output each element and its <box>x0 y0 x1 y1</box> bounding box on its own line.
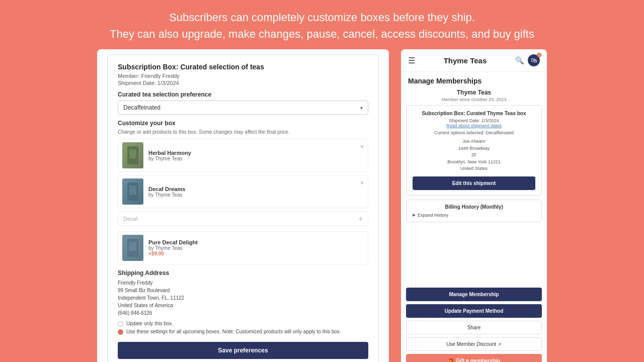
product-name: Pure Decaf Delight <box>148 239 364 245</box>
mobile-header: ☰ Thyme Teas 🔍 🛍 0 <box>401 49 547 72</box>
save-preferences-button[interactable]: Save preferences <box>118 342 368 359</box>
hamburger-icon[interactable]: ☰ <box>408 56 415 65</box>
external-link-icon: ↗ <box>498 342 502 347</box>
add-row-label: Decaf <box>123 216 138 222</box>
expand-history-row[interactable]: ▶ Expand History <box>413 213 535 218</box>
expand-label: Expand History <box>418 213 448 218</box>
remove-product-button[interactable]: × <box>360 143 364 150</box>
product-item: Decaf Dreams by Thyme Teas × <box>118 175 368 208</box>
remove-product-button[interactable]: × <box>360 179 364 187</box>
shipment-box: Subscription Box: Curated Thyme Teas box… <box>406 105 542 196</box>
shipping-section: Shipping Address Friendly Freddy 99 Smal… <box>118 269 368 317</box>
read-dates-link[interactable]: Read about shipment dates <box>413 123 535 128</box>
shipment-box-title: Subscription Box: Curated Thyme Teas box <box>413 111 535 116</box>
radio-label-2: Use these settings for all upcoming boxe… <box>126 329 341 334</box>
header-line1: Subscribers can completely customize box… <box>110 9 534 26</box>
svg-rect-3 <box>129 186 136 195</box>
radio-label-1: Update only this box. <box>126 321 173 326</box>
chevron-right-icon: ▶ <box>413 213 416 217</box>
left-card: Subscription Box: Curated selection of t… <box>97 49 389 362</box>
search-icon[interactable]: 🔍 <box>515 56 524 64</box>
product-price: +$9.00 <box>148 251 364 256</box>
gift-label: Gift a membership <box>456 358 500 362</box>
add-product-row[interactable]: Decaf + <box>118 211 368 226</box>
shipping-label: Shipping Address <box>118 269 368 277</box>
member-since: Member since October 25, 2023 <box>406 97 542 102</box>
shipping-address: Friendly Freddy 99 Small Biz Boulevard I… <box>118 279 368 317</box>
manage-membership-button[interactable]: Manage Membership <box>406 288 542 301</box>
product-item: Herbal Harmony by Thyme Teas × <box>118 139 368 172</box>
address-line2: 2F <box>471 152 477 157</box>
product-brand: by Thyme Teas <box>148 156 364 161</box>
plus-icon: + <box>359 215 363 223</box>
discount-label: Use Member Discount <box>446 341 496 347</box>
gift-membership-button[interactable]: 🎁 Gift a membership <box>406 354 542 362</box>
address-block: Joe Ahearn 1449 Broadway 2F Brooklyn, Ne… <box>413 138 535 172</box>
product-name: Herbal Harmony <box>148 150 364 156</box>
member-label: Member: Friendly Freddy <box>118 73 368 79</box>
product-item: Pure Decaf Delight by Thyme Teas +$9.00 <box>118 231 368 264</box>
svg-rect-1 <box>129 149 136 158</box>
dropdown-value: Decaffeinated <box>123 104 160 111</box>
product-info: Pure Decaf Delight by Thyme Teas +$9.00 <box>148 239 364 256</box>
update-payment-button[interactable]: Update Payment Method <box>406 304 542 318</box>
product-thumbnail <box>122 142 143 168</box>
box-title: Subscription Box: Curated selection of t… <box>118 63 368 71</box>
radio-button-selected[interactable] <box>118 329 123 335</box>
gift-icon: 🎁 <box>448 358 454 362</box>
bottom-actions: Manage Membership Update Payment Method … <box>401 288 547 362</box>
product-info: Herbal Harmony by Thyme Teas <box>148 150 364 161</box>
edit-shipment-button[interactable]: Edit this shipment <box>413 176 535 190</box>
radio-item-2[interactable]: Use these settings for all upcoming boxe… <box>118 329 368 335</box>
billing-box: Billing History (Monthly) ▶ Expand Histo… <box>406 200 542 222</box>
product-name: Decaf Dreams <box>148 186 364 192</box>
cart-symbol: 🛍 <box>531 57 537 64</box>
current-options: Current options selected: Decaffeinated <box>413 130 535 135</box>
cart-icon[interactable]: 🛍 0 <box>528 54 540 66</box>
header-text: Subscribers can completely customize box… <box>90 0 554 49</box>
brand-title: Thyme Teas <box>444 56 487 65</box>
page-title: Manage Memberships <box>401 72 547 87</box>
discount-button[interactable]: Use Member Discount ↗ <box>406 337 542 351</box>
product-brand: by Thyme Teas <box>148 245 364 251</box>
radio-button[interactable] <box>118 321 123 327</box>
curated-dropdown[interactable]: Decaffeinated ▾ <box>118 101 368 115</box>
svg-rect-5 <box>129 242 136 251</box>
member-name: Thyme Teas <box>406 89 542 96</box>
product-thumbnail <box>122 178 143 205</box>
address-name: Joe Ahearn <box>462 139 486 144</box>
chevron-down-icon: ▾ <box>360 105 363 111</box>
share-button[interactable]: Share <box>406 321 542 334</box>
radio-item-1[interactable]: Update only this box. <box>118 321 368 327</box>
radio-group: Update only this box. Use these settings… <box>118 321 368 335</box>
address-line1: 1449 Broadway <box>458 146 490 151</box>
right-card: ☰ Thyme Teas 🔍 🛍 0 Manage Memberships Th… <box>401 49 547 362</box>
header-icons: 🔍 🛍 0 <box>515 54 540 66</box>
subscription-box-form: Subscription Box: Curated selection of t… <box>107 54 379 362</box>
membership-content: Thyme Teas Member since October 25, 2023… <box>401 87 547 288</box>
address-city: Brooklyn, New York 11221 <box>447 159 501 164</box>
shipment-date: Shipment Date: 1/3/2024 <box>413 118 535 123</box>
shipment-date: Shipment Date: 1/3/2024 <box>118 80 368 86</box>
billing-title: Billing History (Monthly) <box>413 204 535 210</box>
product-brand: by Thyme Teas <box>148 192 364 198</box>
customize-note: Change or add products to this box. Some… <box>118 129 368 135</box>
customize-label: Customize your box <box>118 120 368 127</box>
product-info: Decaf Dreams by Thyme Teas <box>148 186 364 198</box>
address-country: United States <box>460 166 488 171</box>
curated-label: Curated tea selection preference <box>118 91 368 98</box>
header-line2: They can also upgrade, make changes, pau… <box>110 26 534 42</box>
cart-badge: 0 <box>537 53 541 57</box>
product-thumbnail <box>122 235 143 261</box>
